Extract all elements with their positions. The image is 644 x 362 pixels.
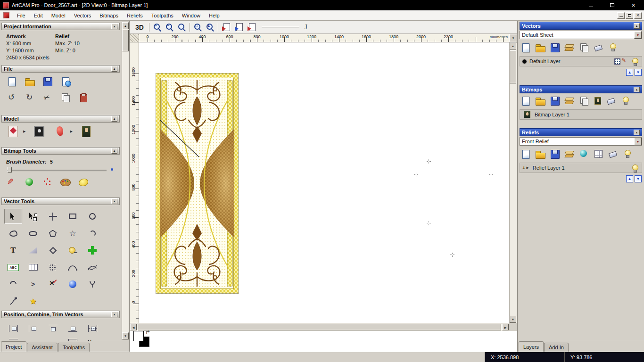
circle-tool[interactable]: [83, 209, 101, 224]
child-close-button[interactable]: ×: [634, 12, 642, 19]
bezier-curve-tool[interactable]: [64, 260, 82, 275]
scroll-up-button[interactable]: ▲: [510, 42, 516, 49]
align-tool[interactable]: [24, 335, 42, 341]
select-cursor-tool[interactable]: [4, 209, 22, 224]
vector-layer-row[interactable]: Default Layer: [520, 56, 642, 66]
arrow-tool[interactable]: [24, 277, 42, 292]
scroll-left-button[interactable]: ◀: [130, 324, 137, 330]
layer-visibility-icon[interactable]: [630, 164, 639, 172]
snap-toggle-icon[interactable]: [614, 58, 620, 65]
node-edit-tool[interactable]: [24, 209, 42, 224]
grid-tool[interactable]: [24, 260, 42, 275]
curve-j-icon[interactable]: J: [305, 23, 307, 31]
sphere-tool[interactable]: [64, 277, 82, 292]
page-arrow-icon[interactable]: [234, 23, 244, 32]
align-tool[interactable]: [4, 335, 22, 341]
collapse-section-button[interactable]: [111, 24, 117, 29]
dropdown-button[interactable]: [634, 31, 642, 39]
align-tool[interactable]: [64, 335, 82, 341]
open-file-icon[interactable]: [24, 76, 35, 87]
text-tool[interactable]: [4, 243, 22, 258]
red-pencil-icon[interactable]: [6, 177, 17, 187]
zoom-box-icon[interactable]: □: [193, 23, 202, 32]
tape-measure-tool[interactable]: [64, 243, 82, 258]
zoom-previous-icon[interactable]: 1: [206, 23, 215, 32]
spray-icon[interactable]: [42, 177, 53, 187]
bitmap-layer-row[interactable]: Bitmap Layer 1: [520, 109, 642, 120]
dot-pattern-tool[interactable]: [44, 260, 62, 275]
menu-window[interactable]: Window: [178, 11, 205, 20]
new-layer-icon[interactable]: [520, 149, 531, 159]
toggle-visibility-icon[interactable]: [608, 42, 619, 53]
vertical-scrollbar[interactable]: ▲ ▼: [509, 42, 517, 323]
scroll-right-button[interactable]: ▶: [502, 324, 509, 330]
expand-layer-icon[interactable]: +: [522, 165, 525, 171]
mona-lisa-icon[interactable]: [79, 125, 93, 138]
align-right-tool[interactable]: [24, 321, 42, 336]
open-layer-icon[interactable]: [535, 149, 546, 159]
delete-layer-icon[interactable]: [606, 96, 617, 106]
maximize-button[interactable]: [602, 0, 623, 10]
toggle-visibility-icon[interactable]: [622, 149, 634, 159]
horizontal-scrollbar[interactable]: ◀ ▶: [130, 323, 509, 331]
layer-color-swatch[interactable]: [522, 59, 527, 64]
slider-thumb[interactable]: [8, 167, 12, 173]
edit-layer-icon[interactable]: [620, 57, 630, 66]
sheet-select[interactable]: Default Sheet: [520, 31, 642, 39]
menu-reliefs[interactable]: Reliefs: [123, 11, 147, 20]
scroll-down-button[interactable]: ▼: [510, 316, 516, 323]
move-layer-up-button[interactable]: ▲: [626, 175, 633, 182]
new-layer-icon[interactable]: [520, 42, 531, 53]
delete-node-tool[interactable]: [44, 277, 62, 292]
collapse-section-button[interactable]: [111, 148, 117, 154]
page-arrow-icon[interactable]: [222, 23, 231, 32]
nest-tool[interactable]: Nes: [83, 335, 101, 341]
diamond-tool[interactable]: [44, 243, 62, 258]
swap-colors-icon[interactable]: ⇄: [146, 329, 149, 335]
tab-assistant[interactable]: Assistant: [27, 343, 58, 352]
magic-star-tool[interactable]: [24, 294, 42, 309]
zoom-object-icon[interactable]: [177, 23, 186, 32]
menu-edit[interactable]: Edit: [30, 11, 47, 20]
framed-image-icon[interactable]: [32, 125, 46, 138]
merge-layers-icon[interactable]: [564, 42, 575, 53]
collapse-section-button[interactable]: [634, 130, 640, 135]
left-panel-scrollbar[interactable]: ▲ ▼: [122, 22, 129, 340]
collapse-section-button[interactable]: [634, 87, 640, 92]
notes-icon[interactable]: [78, 92, 89, 103]
close-button[interactable]: ×: [623, 0, 644, 10]
move-layer-down-button[interactable]: ▼: [635, 69, 642, 76]
tab-layers[interactable]: Layers: [519, 341, 544, 352]
collapse-section-button[interactable]: [111, 116, 117, 122]
door-artwork[interactable]: [156, 73, 239, 294]
relief-layer-row[interactable]: + ▶ Relief Layer 1: [520, 163, 642, 173]
menu-file[interactable]: File: [13, 11, 30, 20]
scrollbar-thumb[interactable]: [122, 30, 129, 51]
save-layer-icon[interactable]: [549, 149, 561, 159]
save-file-icon[interactable]: [42, 76, 53, 87]
add-vectors-tool[interactable]: [83, 243, 101, 258]
delete-layer-icon[interactable]: [593, 42, 604, 53]
collapse-section-button[interactable]: [111, 198, 117, 204]
menu-help[interactable]: Help: [205, 11, 224, 20]
tab-project[interactable]: Project: [1, 341, 26, 352]
relief-select[interactable]: Front Relief: [520, 137, 642, 146]
units-dropdown-button[interactable]: ▼: [509, 34, 517, 42]
copy-layer-icon[interactable]: [578, 42, 590, 53]
paint-blob-icon[interactable]: [78, 177, 89, 187]
page-arrow-icon[interactable]: [247, 23, 256, 32]
dropdown-button[interactable]: [634, 138, 642, 145]
transform-tool[interactable]: [44, 209, 62, 224]
align-tool[interactable]: [44, 335, 62, 341]
paint-sphere-icon[interactable]: [24, 177, 35, 187]
open-layer-icon[interactable]: [535, 42, 546, 53]
child-restore-button[interactable]: [626, 12, 633, 19]
freehand-curve-tool[interactable]: [4, 226, 22, 241]
calculate-icon[interactable]: [593, 149, 604, 159]
cut-icon[interactable]: [42, 92, 53, 103]
layer-visibility-icon[interactable]: [630, 57, 639, 66]
menu-model[interactable]: Model: [47, 11, 70, 20]
primary-color-swatch[interactable]: [133, 331, 144, 341]
curve-flag-tool[interactable]: [4, 294, 22, 309]
align-bottom-tool[interactable]: [64, 321, 82, 336]
